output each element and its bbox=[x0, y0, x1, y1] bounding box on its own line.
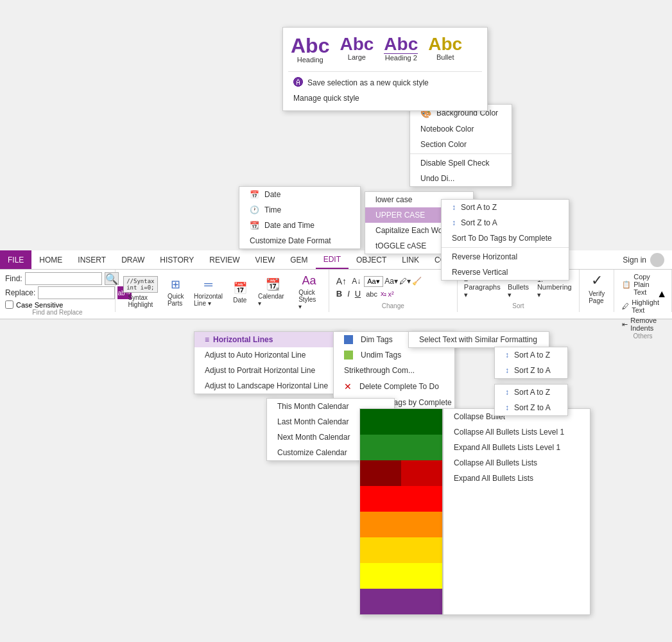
swatch-green[interactable] bbox=[360, 435, 442, 460]
swatch-purple[interactable] bbox=[360, 589, 442, 614]
case-change-btn[interactable]: Aa▾ bbox=[384, 277, 398, 286]
strikethrough-complete-item[interactable]: Strikethrough Com... bbox=[334, 363, 454, 378]
case-sensitive-checkbox[interactable] bbox=[5, 300, 13, 309]
sort-az-coop-item[interactable]: ↕ Sort A to Z bbox=[495, 347, 567, 363]
sort-z-to-a-item[interactable]: ↕ Sort Z to A bbox=[442, 215, 569, 230]
ribbon-collapse-btn[interactable]: ▲ bbox=[657, 288, 667, 300]
expand-all-level1-item[interactable]: Expand All Bullets Lists Level 1 bbox=[444, 440, 590, 455]
find-replace-group-label: Find and Replace bbox=[5, 309, 110, 316]
font-size-large-btn[interactable]: A↑ bbox=[334, 275, 349, 287]
tab-draw[interactable]: DRAW bbox=[114, 250, 152, 269]
highlight-text-btn[interactable]: 🖊 Highlight Text bbox=[619, 298, 666, 315]
underline-btn[interactable]: U bbox=[353, 288, 363, 299]
tab-home[interactable]: HOME bbox=[31, 250, 70, 269]
swatch-yellow[interactable] bbox=[360, 563, 442, 589]
expand-all-bullets-item[interactable]: Expand All Bullets Lists bbox=[444, 471, 590, 486]
quick-styles-button[interactable]: Aa QuickStyles ▾ bbox=[295, 272, 323, 312]
date-icon: 📅 bbox=[233, 281, 247, 295]
adjust-portrait-item[interactable]: Adjust to Portrait Horizontal Line bbox=[194, 363, 347, 378]
select-similar-item[interactable]: Select Text with Similar Formatting bbox=[409, 332, 549, 347]
undo-di-item[interactable]: Undo Di... bbox=[410, 171, 512, 186]
quick-parts-icon: ⊞ bbox=[171, 277, 180, 291]
qs-large[interactable]: Abc Large bbox=[337, 33, 376, 66]
collapse-all-level1-item[interactable]: Collapse All Bullets Lists Level 1 bbox=[444, 424, 590, 440]
highlight-btn[interactable]: 🖊▾ bbox=[399, 277, 411, 286]
tab-gem[interactable]: GEM bbox=[282, 250, 315, 269]
subscript-btn[interactable]: x₂ bbox=[381, 290, 387, 298]
delete-complete-item[interactable]: ✕ Delete Complete To Do bbox=[334, 378, 454, 395]
swatch-orange[interactable] bbox=[360, 512, 442, 537]
tab-review[interactable]: REVIEW bbox=[202, 250, 247, 269]
strikethrough-btn[interactable]: abc bbox=[364, 290, 379, 299]
date-button[interactable]: 📅 Date bbox=[230, 279, 251, 306]
tab-signin[interactable]: Sign in bbox=[615, 250, 672, 270]
tab-view[interactable]: VIEW bbox=[248, 250, 283, 269]
select-similar-menu: Select Text with Similar Formatting bbox=[408, 331, 549, 348]
disable-spell-check-item[interactable]: Disable Spell Check bbox=[410, 155, 512, 171]
font-size-small-btn[interactable]: A↓ bbox=[350, 276, 363, 286]
find-input[interactable] bbox=[25, 272, 102, 285]
insert-tools-group: //Syntaxint i=0; SyntaxHighlight ⊞ Quick… bbox=[116, 270, 329, 312]
remove-indents-btn[interactable]: ⇤ Remove Indents bbox=[619, 316, 666, 333]
qs-heading[interactable]: Abc Heading bbox=[288, 33, 332, 66]
swatch-darkred[interactable] bbox=[360, 460, 401, 486]
tab-edit[interactable]: EDIT bbox=[316, 250, 349, 269]
copy-icon: 📋 bbox=[622, 281, 631, 289]
tab-file[interactable]: FILE bbox=[0, 250, 31, 269]
sort-za-coop-item[interactable]: ↕ Sort Z to A bbox=[495, 363, 567, 378]
adjust-auto-item[interactable]: Adjust to Auto Horizontal Line bbox=[194, 347, 347, 363]
quick-styles-dropdown[interactable]: Abc Heading Abc Large Abc Heading 2 Abc … bbox=[282, 27, 488, 111]
horizontal-line-button[interactable]: ═ HorizontalLine ▾ bbox=[191, 276, 226, 309]
change-group: A↑ A↓ Aa▾ Aa▾ 🖊▾ 🧹 B I U abc x₂ x² Chang… bbox=[329, 270, 458, 312]
collapse-all-bullets-item[interactable]: Collapse All Bullets Lists bbox=[444, 455, 590, 471]
undim-tags-icon bbox=[344, 351, 353, 360]
reverse-vertical-item[interactable]: Reverse Vertical bbox=[442, 265, 569, 280]
hlines-item[interactable]: ≡ Horizontal Lines bbox=[194, 332, 347, 347]
swatch-red[interactable] bbox=[360, 486, 442, 512]
swatches-bullets-area: Collapse Bullet Collapse All Bullets Lis… bbox=[359, 408, 590, 615]
customize-date-item[interactable]: Customize Date Format bbox=[239, 233, 360, 248]
italic-btn[interactable]: I bbox=[345, 288, 352, 299]
sort-za-coop-icon: ↕ bbox=[505, 366, 509, 375]
syntax-highlight-button[interactable]: //Syntaxint i=0; SyntaxHighlight bbox=[121, 274, 160, 310]
calendar-button[interactable]: 📆 Calendar ▾ bbox=[254, 275, 291, 309]
sort-za-2-item[interactable]: ↕ Sort Z to A bbox=[495, 400, 567, 415]
sort-az-icon: ↕ bbox=[452, 203, 456, 212]
sort-a-to-z-item[interactable]: ↕ Sort A to Z bbox=[442, 200, 569, 215]
tab-history[interactable]: HISTORY bbox=[152, 250, 202, 269]
section-color-item[interactable]: Section Color bbox=[410, 137, 512, 152]
sort-az-2-icon: ↕ bbox=[505, 388, 509, 397]
others-group-label: Others bbox=[619, 333, 666, 340]
indent-icon: ⇤ bbox=[622, 320, 628, 329]
bold-btn[interactable]: B bbox=[334, 288, 344, 299]
swatch-darkgreen[interactable] bbox=[360, 409, 442, 435]
date-item[interactable]: 📅 Date bbox=[239, 187, 360, 202]
qs-bullet[interactable]: Abc Bullet bbox=[426, 33, 465, 66]
time-item[interactable]: 🕐 Time bbox=[239, 202, 360, 218]
replace-input[interactable] bbox=[38, 286, 115, 299]
quick-parts-button[interactable]: ⊞ QuickParts bbox=[164, 275, 187, 309]
reverse-horizontal-item[interactable]: Reverse Horizontal bbox=[442, 249, 569, 265]
date-time-item[interactable]: 📆 Date and Time bbox=[239, 218, 360, 233]
font-size-display[interactable]: Aa▾ bbox=[364, 276, 383, 287]
notebook-color-item[interactable]: Notebook Color bbox=[410, 121, 512, 137]
sort-todo-tags-item[interactable]: Sort To Do Tags by Complete bbox=[442, 230, 569, 246]
swatch-gold[interactable] bbox=[360, 537, 442, 563]
swatch-red-dark[interactable] bbox=[401, 460, 442, 486]
sort-za-icon: ↕ bbox=[452, 218, 456, 227]
adjust-landscape-item[interactable]: Adjust to Landscape Horizontal Line bbox=[194, 378, 347, 394]
superscript-btn[interactable]: x² bbox=[388, 290, 393, 298]
tab-insert[interactable]: INSERT bbox=[70, 250, 114, 269]
calendar-icon: 📆 bbox=[266, 277, 280, 291]
manage-quick-style[interactable]: Manage quick style bbox=[288, 91, 482, 105]
quick-styles-icon: Aa bbox=[302, 274, 316, 288]
qs-heading2[interactable]: Abc Heading 2 bbox=[381, 33, 420, 66]
save-quick-style[interactable]: 🅐 Save selection as a new quick style bbox=[288, 74, 482, 91]
verify-page-btn[interactable]: ✓ VerifyPage bbox=[585, 272, 608, 304]
verify-page-group: ✓ VerifyPage bbox=[580, 270, 614, 312]
tab-bar: FILE HOME INSERT DRAW HISTORY REVIEW VIE… bbox=[0, 250, 672, 270]
undim-tags-item[interactable]: Undim Tags bbox=[334, 347, 454, 363]
clear-format-btn[interactable]: 🧹 bbox=[412, 277, 422, 286]
change-group-label: Change bbox=[334, 302, 452, 309]
sort-az-2-item[interactable]: ↕ Sort A to Z bbox=[495, 385, 567, 400]
